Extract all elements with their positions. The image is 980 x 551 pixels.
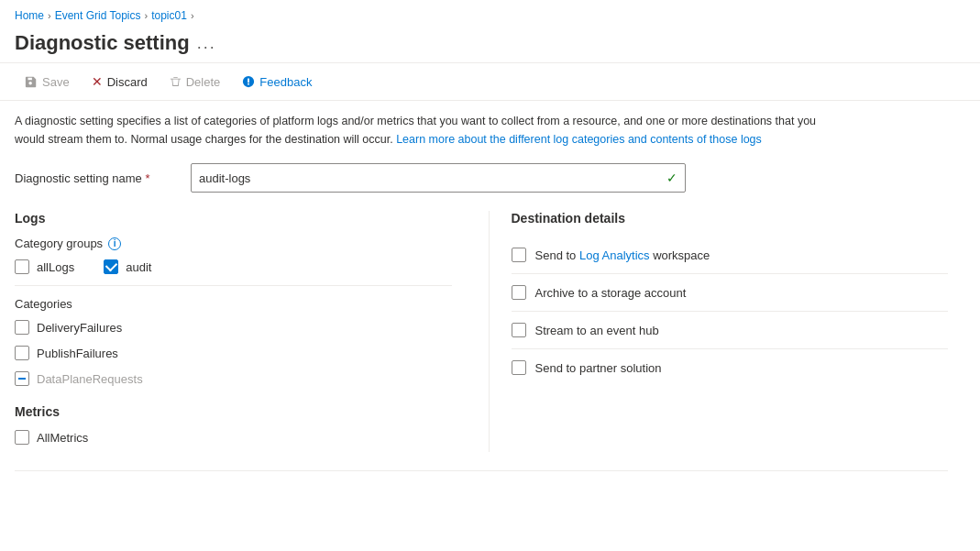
destination-column: Destination details Send to Log Analytic… — [489, 211, 949, 452]
data-plane-requests-text: DataPlaneRequests — [37, 372, 143, 386]
delivery-failures-checkbox[interactable] — [15, 320, 29, 335]
page-ellipsis-menu[interactable]: ... — [197, 34, 216, 53]
page-title: Diagnostic setting — [15, 31, 190, 55]
toolbar: Save ✕ Discard Delete Feedback — [0, 63, 980, 101]
required-indicator: * — [145, 171, 149, 185]
metrics-section: Metrics AllMetrics — [15, 404, 452, 445]
log-analytics-label: Send to Log Analytics workspace — [535, 248, 710, 262]
breadcrumb-topic01[interactable]: topic01 — [151, 9, 187, 22]
category-groups-info-icon[interactable]: i — [108, 237, 121, 250]
storage-account-checkbox[interactable] — [512, 285, 526, 300]
diagnostic-setting-name-input[interactable] — [199, 171, 666, 185]
data-plane-requests-checkbox — [15, 371, 29, 386]
all-metrics-text: AllMetrics — [37, 431, 88, 445]
audit-checkbox-label[interactable]: audit — [104, 259, 151, 274]
save-button[interactable]: Save — [15, 70, 80, 94]
learn-more-link[interactable]: Learn more about the different log categ… — [396, 133, 762, 146]
page-title-row: Diagnostic setting ... — [0, 28, 980, 62]
publish-failures-checkbox[interactable] — [15, 346, 29, 360]
feedback-label: Feedback — [259, 75, 312, 89]
destination-event-hub: Stream to an event hub — [512, 312, 949, 349]
delete-label: Delete — [186, 75, 221, 89]
breadcrumb: Home › Event Grid Topics › topic01 › — [0, 0, 980, 28]
partner-solution-label: Send to partner solution — [535, 361, 662, 375]
destination-log-analytics: Send to Log Analytics workspace — [512, 237, 949, 274]
description-text: A diagnostic setting specifies a list of… — [15, 112, 840, 149]
input-valid-icon: ✓ — [666, 171, 677, 185]
logs-heading: Logs — [15, 211, 452, 226]
logs-column: Logs Category groups i allLogs audit C — [15, 211, 489, 452]
delivery-failures-text: DeliveryFailures — [37, 321, 122, 335]
publish-failures-label[interactable]: PublishFailures — [15, 346, 118, 360]
storage-account-label: Archive to a storage account — [535, 286, 687, 300]
save-icon — [25, 75, 38, 88]
audit-label: audit — [126, 260, 151, 274]
breadcrumb-sep-3: › — [191, 10, 194, 21]
log-analytics-link[interactable]: Log Analytics — [579, 248, 650, 262]
main-content: A diagnostic setting specifies a list of… — [0, 101, 963, 482]
breadcrumb-sep-1: › — [48, 10, 51, 21]
feedback-button[interactable]: Feedback — [232, 70, 322, 94]
publish-failures-text: PublishFailures — [37, 347, 118, 360]
destination-partner-solution: Send to partner solution — [512, 349, 949, 386]
breadcrumb-event-grid-topics[interactable]: Event Grid Topics — [55, 9, 141, 22]
event-hub-checkbox[interactable] — [512, 323, 526, 337]
log-analytics-checkbox[interactable] — [512, 248, 526, 262]
data-plane-requests-label: DataPlaneRequests — [15, 371, 143, 386]
breadcrumb-sep-2: › — [145, 10, 149, 21]
category-groups-row: allLogs audit — [15, 259, 452, 274]
metrics-heading: Metrics — [15, 404, 452, 419]
category-groups-label: Category groups i — [15, 237, 452, 250]
all-logs-checkbox[interactable] — [15, 259, 29, 274]
main-columns: Logs Category groups i allLogs audit C — [15, 211, 948, 452]
diagnostic-setting-name-label: Diagnostic setting name * — [15, 171, 180, 185]
event-hub-label: Stream to an event hub — [535, 324, 659, 337]
diagnostic-setting-name-row: Diagnostic setting name * ✓ — [15, 163, 948, 193]
category-groups-divider — [15, 285, 452, 286]
audit-checkbox[interactable] — [104, 259, 118, 274]
discard-button[interactable]: ✕ Discard — [82, 69, 158, 94]
discard-label: Discard — [107, 75, 148, 89]
data-plane-requests-row: DataPlaneRequests — [15, 371, 452, 386]
delivery-failures-label[interactable]: DeliveryFailures — [15, 320, 122, 335]
discard-icon: ✕ — [92, 74, 103, 89]
all-metrics-row: AllMetrics — [15, 430, 452, 445]
delete-icon — [170, 75, 182, 88]
save-label: Save — [42, 75, 70, 89]
destination-storage-account: Archive to a storage account — [512, 274, 949, 312]
delete-button[interactable]: Delete — [160, 70, 231, 94]
all-metrics-checkbox[interactable] — [15, 430, 29, 445]
categories-label: Categories — [15, 297, 452, 311]
feedback-icon — [242, 75, 255, 88]
delivery-failures-row: DeliveryFailures — [15, 320, 452, 335]
breadcrumb-home[interactable]: Home — [15, 9, 44, 22]
bottom-divider — [15, 470, 948, 471]
diagnostic-setting-name-input-wrapper[interactable]: ✓ — [191, 163, 686, 193]
all-logs-checkbox-label[interactable]: allLogs — [15, 259, 74, 274]
partner-solution-checkbox[interactable] — [512, 360, 526, 375]
all-logs-label: allLogs — [37, 260, 74, 274]
all-metrics-label[interactable]: AllMetrics — [15, 430, 88, 445]
destination-heading: Destination details — [512, 211, 949, 226]
publish-failures-row: PublishFailures — [15, 346, 452, 360]
